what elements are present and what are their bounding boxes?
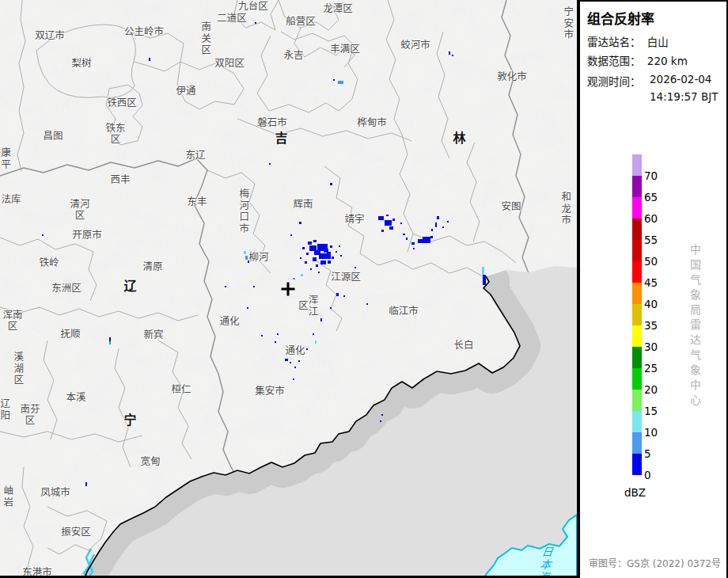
colorbar-tick-label: 25 [644, 362, 658, 375]
colorbar-tick-label: 45 [644, 276, 658, 289]
time-value-clock: 14:19:57 BJT [650, 90, 718, 103]
agency-watermark: 中国气象局雷达气象中心 [687, 244, 703, 409]
colorbar-tick-label: 10 [644, 426, 658, 439]
range-value: 220 km [647, 55, 688, 67]
colorbar-tick-label: 5 [644, 447, 651, 460]
colorbar-segment [632, 154, 642, 176]
time-row: 观测时间： 2026-02-04 [587, 73, 641, 89]
colorbar-segment [632, 325, 642, 347]
colorbar-segment [632, 390, 642, 411]
colorbar-segment [632, 283, 642, 304]
station-row: 雷达站名： 白山 [587, 33, 669, 49]
colorbar-tick-label: 55 [644, 234, 658, 246]
colorbar-segment [632, 197, 642, 219]
station-value: 白山 [647, 33, 669, 49]
colorbar-tick-label: 40 [644, 298, 658, 310]
colorbar-segment [632, 432, 642, 454]
time-value-date: 2026-02-04 [650, 73, 711, 86]
colorbar-segment [632, 261, 642, 283]
colorbar-tick-label: 15 [644, 405, 658, 417]
colorbar-tick-label: 70 [644, 169, 658, 182]
colorbar-unit: dBZ [624, 486, 646, 499]
radar-map: 双辽市公主岭市梨树伊通铁西区铁东 区昌图康平法库九台区二道区南关区龙潭区船营区永… [0, 0, 577, 578]
colorbar-tick-label: 35 [644, 319, 658, 332]
colorbar-tick-label: 30 [644, 340, 658, 353]
colorbar-tick-label: 60 [644, 212, 658, 225]
colorbar-segment [632, 219, 642, 240]
colorbar-segment [632, 304, 642, 325]
time-label: 观测时间： [587, 73, 641, 89]
colorbar-tick-label: 0 [644, 469, 651, 481]
station-label: 雷达站名： [587, 33, 641, 49]
range-label: 数据范围： [587, 52, 641, 68]
colorbar-segment [632, 454, 642, 475]
colorbar-tick-label: 65 [644, 191, 658, 203]
radar-site-marker [282, 283, 295, 296]
colorbar-segment [632, 240, 642, 261]
map-approval-number: 审图号：GS京 (2022) 0372号 [589, 556, 721, 569]
colorbar-segment [632, 347, 642, 368]
colorbar-segment [632, 411, 642, 432]
radar-display: 双辽市公主岭市梨树伊通铁西区铁东 区昌图康平法库九台区二道区南关区龙潭区船营区永… [0, 0, 728, 578]
reflectivity-colorbar [632, 154, 642, 475]
colorbar-tick-label: 20 [644, 383, 658, 396]
info-panel: 组合反射率 雷达站名： 白山 数据范围： 220 km 观测时间： 2026-0… [580, 0, 728, 578]
colorbar-tick-label: 50 [644, 255, 658, 268]
colorbar-segment [632, 176, 642, 197]
product-title: 组合反射率 [587, 8, 654, 28]
range-row: 数据范围： 220 km [587, 52, 688, 68]
colorbar-segment [632, 368, 642, 390]
